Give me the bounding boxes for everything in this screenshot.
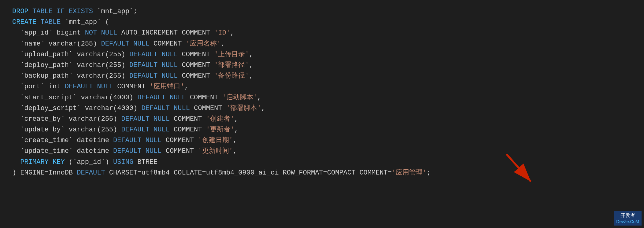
code-line-line9: `start_script` varchar(4000) DEFAULT NUL… — [12, 92, 632, 103]
code-line-line10: `deploy_script` varchar(4000) DEFAULT NU… — [12, 103, 632, 114]
watermark: 开发者 DevZe.CoM — [614, 211, 642, 226]
code-line-line2: CREATE TABLE `mnt_app` ( — [12, 17, 632, 28]
watermark-top: 开发者 — [620, 212, 635, 219]
code-line-line12: `update_by` varchar(255) DEFAULT NULL CO… — [12, 124, 632, 135]
code-line-line14: `update_time` datetime DEFAULT NULL COMM… — [12, 146, 632, 156]
code-line-line16: ) ENGINE=InnoDB DEFAULT CHARSET=utf8mb4 … — [12, 167, 632, 178]
code-line-line4: `name` varchar(255) DEFAULT NULL COMMENT… — [12, 39, 632, 49]
svg-line-1 — [506, 154, 531, 182]
code-viewer: DROP TABLE IF EXISTS `mnt_app`;CREATE TA… — [0, 0, 644, 228]
code-line-line7: `backup_path` varchar(255) DEFAULT NULL … — [12, 71, 632, 81]
code-line-line11: `create_by` varchar(255) DEFAULT NULL CO… — [12, 114, 632, 124]
code-line-line6: `deploy_path` varchar(255) DEFAULT NULL … — [12, 60, 632, 71]
code-line-line1: DROP TABLE IF EXISTS `mnt_app`; — [12, 6, 632, 17]
code-line-line15: PRIMARY KEY (`app_id`) USING BTREE — [12, 157, 632, 167]
code-line-line5: `upload_path` varchar(255) DEFAULT NULL … — [12, 49, 632, 60]
code-line-line13: `create_time` datetime DEFAULT NULL COMM… — [12, 135, 632, 146]
arrow-indicator — [500, 151, 537, 191]
code-line-line8: `port` int DEFAULT NULL COMMENT '应用端口', — [12, 81, 632, 92]
sql-code-block: DROP TABLE IF EXISTS `mnt_app`;CREATE TA… — [12, 6, 632, 178]
code-line-line3: `app_id` bigint NOT NULL AUTO_INCREMENT … — [12, 28, 632, 38]
watermark-bottom: DevZe.CoM — [616, 219, 639, 224]
